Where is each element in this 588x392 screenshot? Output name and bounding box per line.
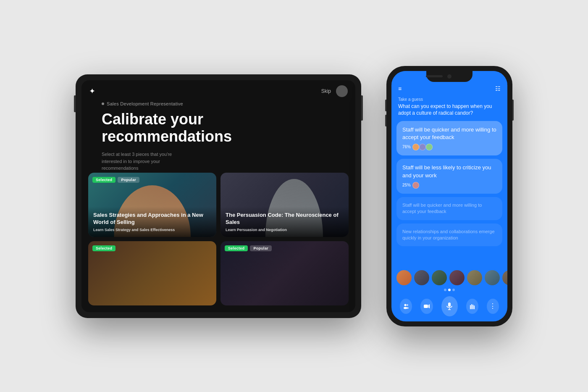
card-2-meta: Learn Persuasion and Negotiation	[226, 228, 344, 232]
card-4-badges: Selected Popular	[225, 245, 272, 251]
message-2-avatars	[412, 182, 419, 189]
phone-top-right: ☷	[495, 85, 501, 92]
role-dot	[102, 103, 104, 105]
voter-avatar-3	[426, 144, 433, 150]
vol-down-button	[385, 115, 386, 126]
vol-up-button	[385, 100, 386, 111]
message-1-footer: 76%	[402, 144, 496, 150]
video-button[interactable]	[420, 299, 433, 314]
tablet-title: Calibrate your recommendations	[102, 110, 335, 145]
message-3-text: Staff will be quicker and more willing t…	[402, 202, 496, 215]
card-3-badges: Selected	[92, 245, 116, 251]
svg-rect-12	[474, 305, 475, 309]
card-1-bottom: Sales Strategies and Approaches in a New…	[88, 207, 216, 237]
participant-3	[432, 270, 447, 285]
tablet-screen: ✦ Skip Sales Development Representative …	[81, 80, 355, 312]
mic-button[interactable]	[441, 296, 458, 316]
message-4[interactable]: New relationships and collaborations eme…	[396, 224, 502, 247]
dot-2[interactable]	[448, 289, 451, 291]
card-2-title: The Persuasion Code: The Neuroscience of…	[226, 212, 344, 226]
phone-device: ≡ ☷ Take a guess What can you expect to …	[386, 66, 512, 326]
cards-grid: Selected Popular Sales Strategies and Ap…	[81, 173, 355, 312]
participant-2	[414, 270, 429, 285]
card-1[interactable]: Selected Popular Sales Strategies and Ap…	[88, 173, 216, 237]
tablet-top-right: Skip	[321, 85, 348, 97]
skip-button[interactable]: Skip	[321, 88, 331, 94]
take-a-guess-label: Take a guess	[398, 97, 501, 102]
card-3-selected-badge: Selected	[92, 245, 116, 251]
page-dots	[391, 287, 507, 293]
svg-marker-5	[428, 304, 430, 308]
participant-7	[502, 270, 507, 285]
participant-5	[467, 270, 482, 285]
tablet-device: ✦ Skip Sales Development Representative …	[76, 74, 361, 318]
chat-messages: Staff will be quicker and more willing t…	[391, 121, 507, 266]
tablet-top-bar: ✦ Skip	[81, 80, 355, 102]
chat-icon[interactable]: ☷	[495, 85, 501, 92]
popular-badge: Popular	[118, 177, 139, 183]
participant-1	[396, 270, 412, 285]
phone-screen: ≡ ☷ Take a guess What can you expect to …	[391, 71, 507, 321]
svg-rect-6	[448, 303, 451, 307]
participants-row	[391, 267, 507, 287]
message-1[interactable]: Staff will be quicker and more willing t…	[396, 121, 502, 155]
voter-avatar-2	[419, 144, 426, 150]
svg-rect-9	[470, 305, 471, 309]
card-4-popular-badge: Popular	[250, 245, 272, 251]
phone-top-bar: ≡ ☷	[391, 84, 507, 95]
message-2-footer: 25%	[402, 182, 496, 189]
svg-point-1	[407, 304, 408, 306]
dot-1[interactable]	[444, 289, 446, 291]
card-4[interactable]: Selected Popular	[220, 241, 349, 305]
message-1-text: Staff will be quicker and more willing t…	[402, 126, 496, 141]
volume-buttons	[385, 100, 386, 126]
svg-rect-4	[424, 305, 428, 308]
voter-avatar-4	[412, 182, 419, 189]
svg-point-3	[406, 307, 409, 309]
user-avatar	[336, 85, 348, 97]
card-2[interactable]: The Persuasion Code: The Neuroscience of…	[220, 173, 349, 237]
message-2-percent: 25%	[402, 182, 411, 188]
camera-dot	[447, 74, 452, 79]
svg-point-0	[404, 304, 406, 306]
svg-rect-11	[472, 305, 473, 309]
hand-raise-button[interactable]	[466, 299, 478, 314]
message-4-text: New relationships and collaborations eme…	[402, 229, 496, 242]
message-1-percent: 76%	[402, 144, 411, 150]
card-1-meta: Learn Sales Strategy and Sales Effective…	[93, 228, 211, 232]
card-2-bottom: The Persuasion Code: The Neuroscience of…	[220, 207, 349, 237]
card-4-selected-badge: Selected	[225, 245, 248, 251]
participant-4	[449, 270, 465, 285]
phone-notch	[426, 71, 472, 82]
dot-3[interactable]	[452, 289, 455, 291]
card-3[interactable]: Selected	[88, 241, 216, 305]
tablet-logo-icon: ✦	[89, 87, 96, 96]
message-3[interactable]: Staff will be quicker and more willing t…	[396, 197, 502, 220]
selected-badge: Selected	[92, 177, 116, 183]
message-1-avatars	[412, 144, 433, 150]
message-2-text: Staff will be less likely to criticize y…	[402, 164, 496, 179]
question-area: Take a guess What can you expect to happ…	[391, 95, 507, 121]
phone-controls: ⋮	[391, 293, 507, 321]
menu-icon[interactable]: ≡	[398, 85, 402, 92]
more-options-button[interactable]: ⋮	[487, 299, 499, 314]
phone-top-left: ≡	[398, 85, 402, 92]
svg-rect-10	[471, 304, 472, 309]
speaker-slot	[426, 75, 443, 77]
participant-6	[485, 270, 500, 285]
message-2[interactable]: Staff will be less likely to criticize y…	[396, 159, 502, 193]
card-1-title: Sales Strategies and Approaches in a New…	[93, 212, 211, 226]
card-1-badges: Selected Popular	[92, 177, 139, 183]
scene: ✦ Skip Sales Development Representative …	[76, 66, 512, 326]
tablet-subtitle: Select at least 3 pieces that you're int…	[102, 151, 186, 172]
voter-avatar-1	[412, 144, 419, 150]
question-text: What can you expect to happen when you a…	[398, 103, 501, 117]
participants-button[interactable]	[400, 299, 412, 314]
